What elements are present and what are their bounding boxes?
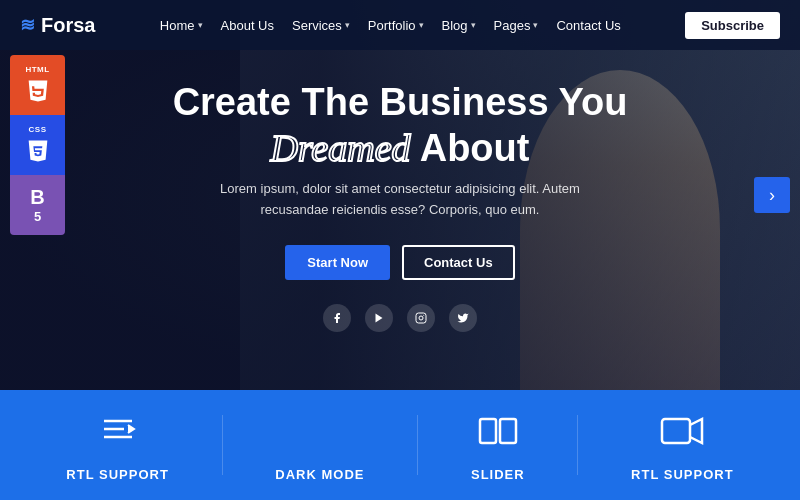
feature-divider-1 bbox=[222, 415, 223, 475]
feature-rtl-support-2: RTL Support bbox=[631, 409, 734, 482]
feature-dark-mode: Dark Mode bbox=[275, 409, 364, 482]
html5-badge: HTML bbox=[10, 55, 65, 115]
hero-title: Create The Business You Dreamed About bbox=[173, 80, 628, 171]
start-now-button[interactable]: Start Now bbox=[285, 245, 390, 280]
svg-rect-1 bbox=[416, 313, 426, 323]
caret-icon: ▾ bbox=[419, 20, 424, 30]
contact-us-button[interactable]: Contact Us bbox=[402, 245, 515, 280]
hero-title-about: About bbox=[420, 127, 530, 169]
instagram-icon[interactable] bbox=[407, 304, 435, 332]
nav-item-contact[interactable]: Contact Us bbox=[556, 18, 620, 33]
feature-divider-3 bbox=[577, 415, 578, 475]
brand-name: Forsa bbox=[41, 14, 95, 37]
svg-point-3 bbox=[423, 315, 424, 316]
nav-item-blog[interactable]: Blog▾ bbox=[442, 18, 476, 33]
hero-next-button[interactable]: › bbox=[754, 177, 790, 213]
navbar: ≋ Forsa Home▾ About Us Services▾ Portfol… bbox=[0, 0, 800, 50]
nav-item-home[interactable]: Home▾ bbox=[160, 18, 203, 33]
hero-social-links bbox=[323, 304, 477, 332]
feature-slider: Slider bbox=[471, 409, 525, 482]
rtl-support-icon bbox=[96, 409, 140, 459]
youtube-icon[interactable] bbox=[365, 304, 393, 332]
html5-icon bbox=[24, 77, 52, 105]
dark-mode-icon bbox=[298, 409, 342, 459]
nav-item-pages[interactable]: Pages▾ bbox=[494, 18, 539, 33]
video-icon bbox=[660, 409, 704, 459]
chevron-right-icon: › bbox=[769, 185, 775, 206]
hero-subtitle: Lorem ipsum, dolor sit amet consectetur … bbox=[220, 179, 580, 221]
brand-logo[interactable]: ≋ Forsa bbox=[20, 14, 95, 37]
caret-icon: ▾ bbox=[198, 20, 203, 30]
bootstrap5-badge: B 5 bbox=[10, 175, 65, 235]
brand-icon: ≋ bbox=[20, 14, 35, 36]
svg-rect-9 bbox=[662, 419, 690, 443]
twitter-icon[interactable] bbox=[449, 304, 477, 332]
hero-title-outline: Dreamed bbox=[271, 127, 411, 169]
svg-rect-8 bbox=[500, 419, 516, 443]
caret-icon: ▾ bbox=[345, 20, 350, 30]
hero-content: Create The Business You Dreamed About Lo… bbox=[0, 50, 800, 332]
nav-item-about[interactable]: About Us bbox=[221, 18, 274, 33]
svg-marker-0 bbox=[376, 313, 383, 322]
nav-item-portfolio[interactable]: Portfolio▾ bbox=[368, 18, 424, 33]
nav-item-services[interactable]: Services▾ bbox=[292, 18, 350, 33]
css3-icon bbox=[24, 137, 52, 165]
svg-point-2 bbox=[419, 316, 423, 320]
feature-rtl-label: RTL Support bbox=[66, 467, 169, 482]
slider-icon bbox=[476, 409, 520, 459]
subscribe-button[interactable]: Subscribe bbox=[685, 12, 780, 39]
hero-buttons: Start Now Contact Us bbox=[285, 245, 514, 280]
hero-section: ‹ › Create The Business You Dreamed Abou… bbox=[0, 0, 800, 390]
technology-badges: HTML CSS B 5 bbox=[10, 55, 65, 235]
feature-rtl-support: RTL Support bbox=[66, 409, 169, 482]
css3-badge: CSS bbox=[10, 115, 65, 175]
svg-rect-7 bbox=[480, 419, 496, 443]
facebook-icon[interactable] bbox=[323, 304, 351, 332]
feature-dark-mode-label: Dark Mode bbox=[275, 467, 364, 482]
feature-rtl-label-2: RTL Support bbox=[631, 467, 734, 482]
nav-links: Home▾ About Us Services▾ Portfolio▾ Blog… bbox=[160, 18, 621, 33]
feature-divider-2 bbox=[417, 415, 418, 475]
caret-icon: ▾ bbox=[471, 20, 476, 30]
features-bar: RTL Support Dark Mode Slider RTL Support bbox=[0, 390, 800, 500]
feature-slider-label: Slider bbox=[471, 467, 525, 482]
caret-icon: ▾ bbox=[533, 20, 538, 30]
